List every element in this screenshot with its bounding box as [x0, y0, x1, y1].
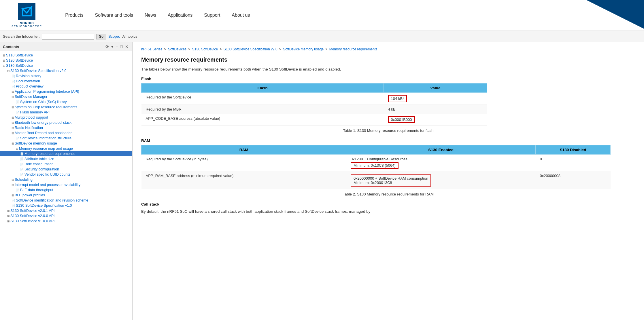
tree-item-spec-v1[interactable]: 📄 S130 SoftDevice Specification v1.0 [0, 203, 132, 208]
expand-icon: ⊞ [12, 178, 14, 181]
ram-table: RAM S130 Enabled S130 Disabled Required … [141, 145, 611, 189]
header-decoration [586, 0, 644, 29]
sync-icon[interactable]: ⟳ [105, 44, 110, 49]
nav-software-tools[interactable]: Software and tools [95, 11, 133, 19]
tree-item-memory-map[interactable]: ⊟ Memory resource map and usage [0, 146, 132, 151]
tree-item-s130[interactable]: ⊟ S130 SoftDevice [0, 63, 132, 68]
tree-item-s130-v200-api[interactable]: ⊞ S130 SoftDevice v2.0.0 API [0, 213, 132, 219]
breadcrumb: nRF51 Series > SoftDevices > S130 SoftDe… [141, 47, 635, 52]
expand-icon: ⊞ [12, 126, 14, 130]
footnote-1: 1 [403, 96, 404, 99]
tree-label: SoftDevice information structure [20, 136, 71, 140]
nav-products[interactable]: Products [65, 11, 83, 19]
tree-item-scheduling[interactable]: ⊞ Scheduling [0, 177, 132, 182]
tree-item-product-overview[interactable]: 📄 Product overview [0, 84, 132, 89]
tree-item-s130-v201-api[interactable]: ⊞ S130 SoftDevice v2.0.1 API [0, 208, 132, 213]
tree-item-s130-v100-api[interactable]: ⊞ S130 SoftDevice v1.0.0 API [0, 219, 132, 224]
tree-label: Memory resource map and usage [19, 147, 73, 151]
tree-label: Master Boot Record and bootloader [15, 131, 72, 135]
doc-icon: 📄 [12, 204, 15, 207]
tree-item-vendor-uuid[interactable]: 📄 Vendor specific UUID counts [0, 172, 132, 177]
scope-value: All topics [122, 34, 137, 39]
flash-table: Flash Value Required by the SoftDevice 1… [141, 83, 487, 125]
flash-row-2: Required by the MBR 4 kB [141, 105, 487, 114]
doc-icon: 📄 [16, 137, 19, 140]
tree-item-role-config[interactable]: 📄 Role configuration [0, 162, 132, 167]
tree-item-softdevice-id[interactable]: 📄 SoftDevice identification and revision… [0, 198, 132, 203]
tree-item-soc-library[interactable]: 📄 System on Chip (SoC) library [0, 99, 132, 105]
breadcrumb-spec-v2[interactable]: S130 SoftDevice Specification v2.0 [224, 47, 277, 51]
tree-label: Scheduling [15, 178, 33, 182]
maximize-icon[interactable]: □ [120, 44, 124, 49]
flash-row-3: APP_CODE_BASE address (absolute value) 0… [141, 114, 487, 125]
flash-row-1: Required by the SoftDevice 104 kB1 [141, 93, 487, 105]
tree-label: Documentation [16, 79, 40, 83]
tree-item-s110[interactable]: ⊞ S110 SoftDevice [0, 53, 132, 58]
tree-item-documentation[interactable]: 📄 Documentation [0, 79, 132, 84]
nav-support[interactable]: Support [204, 11, 220, 19]
flash-value-header: Value [384, 83, 487, 93]
tree-item-ble-throughput[interactable]: 📄 BLE data throughput [0, 187, 132, 193]
logo-area[interactable]: NORDIC SEMICONDUCTOR [12, 3, 42, 28]
tree-item-interrupt-model[interactable]: ⊞ Interrupt model and processor availabi… [0, 182, 132, 187]
tree-label: S130 SoftDevice Specification v1.0 [16, 204, 72, 208]
ram-row-1: Required by the SoftDevice (in bytes) 0x… [141, 154, 611, 171]
breadcrumb-memory-usage[interactable]: SoftDevice memory usage [283, 47, 324, 51]
flash-row1-label: Required by the SoftDevice [141, 93, 384, 105]
go-button[interactable]: Go [96, 34, 106, 39]
tree-item-s120[interactable]: ⊞ S120 SoftDevice [0, 58, 132, 63]
tree-item-softdevice-manager[interactable]: ⊞ SoftDevice Manager [0, 94, 132, 99]
search-label: Search the Infocenter: [3, 34, 40, 39]
ram-row-2: APP_RAM_BASE address (minimum required v… [141, 171, 611, 189]
expand-icon: ⊞ [12, 194, 14, 197]
tree-item-memory-requirements[interactable]: 📄 Memory resource requirements [0, 151, 132, 156]
ram-row2-enabled: 0x20000000 + SoftDevice RAM consumptionM… [346, 171, 536, 189]
tree-label: BLE data throughput [20, 188, 53, 192]
svg-marker-1 [22, 7, 31, 13]
flash-row2-value: 4 kB [384, 105, 487, 114]
ram-disabled-header: S130 Disabled [535, 145, 610, 154]
doc-icon: 📄 [12, 85, 15, 88]
tree-label: S130 SoftDevice Specification v2.0 [10, 69, 67, 73]
tree-label: System on Chip (SoC) library [20, 100, 67, 104]
tree-label: S130 SoftDevice v1.0.0 API [10, 219, 55, 223]
collapse-icon: ⊟ [16, 147, 18, 150]
nav-news[interactable]: News [145, 11, 156, 19]
nav-applications[interactable]: Applications [168, 11, 192, 19]
tree-item-multiprotocol[interactable]: ⊞ Multiprotocol support [0, 115, 132, 120]
tree-label: Radio Notification [15, 126, 43, 130]
flash-value-highlighted: 104 kB1 [388, 95, 407, 102]
close-sidebar-icon[interactable]: ✕ [124, 44, 129, 49]
tree-item-revision[interactable]: 📄 Revision history [0, 73, 132, 79]
tree-label: Flash memory API [20, 110, 50, 114]
flash-table-caption: Table 1. S130 Memory resource requiremen… [141, 128, 635, 133]
intro-text: The tables below show the memory resourc… [141, 67, 635, 72]
tree-item-soc-resource[interactable]: ⊞ System on Chip resource requirements [0, 105, 132, 110]
collapse-icon: ⊟ [3, 64, 5, 67]
tree-item-api[interactable]: ⊞ Application Programming Interface (API… [0, 89, 132, 94]
scope-link[interactable]: Scope: [108, 34, 120, 39]
tree-label: BLE power profiles [15, 193, 45, 197]
tree-item-memory-usage[interactable]: ⊟ SoftDevice memory usage [0, 141, 132, 146]
tree-item-attribute-table[interactable]: 📄 Attribute table size [0, 156, 132, 162]
tree-item-security-config[interactable]: 📄 Security configuration [0, 167, 132, 172]
tree-item-ble-power[interactable]: ⊞ BLE power profiles [0, 193, 132, 198]
breadcrumb-softdevices[interactable]: SoftDevices [168, 47, 186, 51]
tree-label: Revision history [16, 74, 41, 78]
tree-item-radio-notification[interactable]: ⊞ Radio Notification [0, 125, 132, 130]
tree-item-info-structure[interactable]: 📄 SoftDevice information structure [0, 136, 132, 141]
doc-icon: 📄 [16, 111, 19, 114]
search-input[interactable] [42, 33, 94, 40]
minimize-icon[interactable]: − [115, 44, 119, 49]
tree-item-ble-stack[interactable]: ⊞ Bluetooth low energy protocol stack [0, 120, 132, 125]
tree-item-s130-spec-v2[interactable]: ⊟ S130 SoftDevice Specification v2.0 [0, 68, 132, 73]
collapse-all-icon[interactable]: ▾ [110, 44, 114, 49]
expand-icon: ⊞ [7, 214, 10, 218]
ram-row1-enabled: 0x1288 + Configurable Resources Minimum:… [346, 154, 536, 171]
tree-item-mbr[interactable]: ⊞ Master Boot Record and bootloader [0, 130, 132, 136]
nav-about[interactable]: About us [232, 11, 250, 19]
tree-item-flash-api[interactable]: 📄 Flash memory API [0, 110, 132, 115]
ram-enabled-header: S130 Enabled [346, 145, 536, 154]
breadcrumb-s130[interactable]: S130 SoftDevice [192, 47, 218, 51]
breadcrumb-nrf51[interactable]: nRF51 Series [141, 47, 162, 51]
